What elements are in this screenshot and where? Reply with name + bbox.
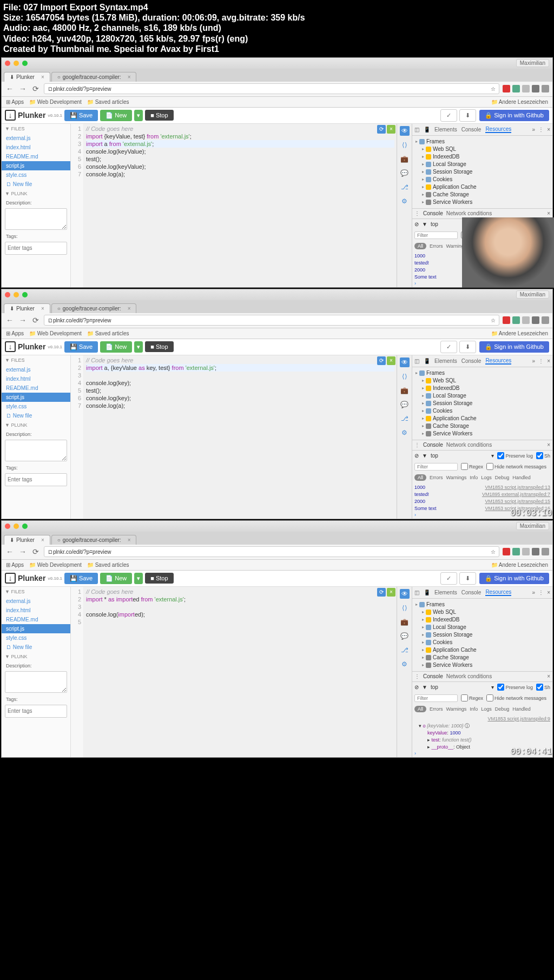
filter-pill[interactable]: All xyxy=(414,474,426,481)
settings-icon[interactable]: ⋮ xyxy=(538,590,544,595)
file-item[interactable]: script.js xyxy=(2,624,70,633)
description-input[interactable] xyxy=(5,208,67,230)
new-dropdown[interactable]: ▾ xyxy=(134,341,143,353)
description-input[interactable] xyxy=(5,671,67,693)
resource-item[interactable]: ▸Service Workers xyxy=(416,661,549,669)
resource-item[interactable]: ▸Session Storage xyxy=(416,168,549,176)
description-input[interactable] xyxy=(5,440,67,461)
other-bookmarks[interactable]: 📁 Andere Lesezeichen xyxy=(491,99,548,105)
close-window-icon[interactable] xyxy=(5,524,10,529)
refresh-icon[interactable]: ⟳ xyxy=(377,356,386,365)
check-button[interactable]: ✓ xyxy=(440,341,457,353)
tab-plunker[interactable]: ⬇Plunker× xyxy=(4,303,50,313)
filter-pill[interactable]: Logs xyxy=(481,475,492,480)
close-devtools-icon[interactable]: × xyxy=(547,590,550,595)
resources-tab[interactable]: Resources xyxy=(485,126,511,133)
close-devtools-icon[interactable]: × xyxy=(547,127,550,133)
more-icon[interactable]: » xyxy=(532,127,536,133)
plunk-header[interactable]: ▼ PLUNK xyxy=(2,420,70,430)
close-icon[interactable]: × xyxy=(41,306,44,312)
resource-item[interactable]: ▸Frames xyxy=(416,138,549,145)
plunk-header[interactable]: ▼ PLUNK xyxy=(2,652,70,661)
console-tab[interactable]: Console xyxy=(461,590,482,595)
stop-button[interactable]: ■ Stop xyxy=(145,573,173,584)
resource-item[interactable]: ▸Cookies xyxy=(416,639,549,646)
github-signin-button[interactable]: 🔒 Sign in with Github xyxy=(479,341,549,353)
webdev-bookmark[interactable]: 📁 Web Development xyxy=(29,562,82,568)
new-file-button[interactable]: 🗋 New file xyxy=(2,180,70,189)
download-button[interactable]: ⬇ xyxy=(459,109,476,122)
check-button[interactable]: ✓ xyxy=(440,572,457,585)
apps-bookmark[interactable]: ⊞ Apps xyxy=(6,562,24,568)
resource-item[interactable]: ▸Web SQL xyxy=(416,145,549,153)
filter-pill[interactable]: Handled xyxy=(512,706,531,712)
tags-input[interactable] xyxy=(5,473,67,486)
filter-pill[interactable]: Logs xyxy=(481,706,492,712)
console-tab[interactable]: Console xyxy=(461,358,482,364)
close-window-icon[interactable] xyxy=(5,61,10,66)
elements-tab[interactable]: Elements xyxy=(434,127,457,133)
file-item[interactable]: style.css xyxy=(2,633,70,643)
resource-item[interactable]: ▸Session Storage xyxy=(416,400,549,407)
briefcase-icon[interactable]: 💼 xyxy=(400,617,410,627)
close-preview-icon[interactable]: × xyxy=(387,356,395,365)
download-button[interactable]: ⬇ xyxy=(459,572,476,585)
menu-icon[interactable]: ⋮ xyxy=(414,673,420,679)
eye-icon[interactable]: 👁 xyxy=(400,126,410,136)
file-item[interactable]: index.html xyxy=(2,606,70,615)
plunk-header[interactable]: ▼ PLUNK xyxy=(2,189,70,198)
tab-traceur[interactable]: ○google/traceur-compiler:× xyxy=(51,535,137,545)
close-preview-icon[interactable]: × xyxy=(387,588,395,597)
file-item[interactable]: external.js xyxy=(2,365,70,374)
inspect-icon[interactable]: ◫ xyxy=(414,590,419,595)
code-icon[interactable]: ⟨⟩ xyxy=(400,603,410,613)
log-entry[interactable]: 1000VM1853 script.js!transpiled:13 xyxy=(414,484,550,491)
device-icon[interactable]: 📱 xyxy=(424,127,430,133)
github-signin-button[interactable]: 🔒 Sign in with Github xyxy=(479,110,549,121)
resource-item[interactable]: ▸Cookies xyxy=(416,176,549,183)
file-item[interactable]: README.md xyxy=(2,152,70,161)
profile-badge[interactable]: Maximilian xyxy=(516,290,549,299)
network-conditions-subtab[interactable]: Network conditions xyxy=(446,442,492,448)
resource-item[interactable]: ▸Application Cache xyxy=(416,415,549,422)
file-item[interactable]: README.md xyxy=(2,615,70,624)
filter-icon[interactable]: ▼ xyxy=(422,453,427,459)
inspect-icon[interactable]: ◫ xyxy=(414,358,419,364)
forward-button[interactable]: → xyxy=(18,547,28,557)
minimize-window-icon[interactable] xyxy=(14,524,19,529)
apps-bookmark[interactable]: ⊞ Apps xyxy=(6,99,24,105)
resource-item[interactable]: ▸Local Storage xyxy=(416,392,549,400)
code-editor[interactable]: 12345 // Code goes here import * as impo… xyxy=(71,587,397,757)
code-icon[interactable]: ⟨⟩ xyxy=(400,140,410,150)
preserve-log-checkbox[interactable]: Preserve log xyxy=(497,684,533,691)
elements-tab[interactable]: Elements xyxy=(434,590,457,595)
code-editor[interactable]: 1234567 // Code goes here import {keyVal… xyxy=(71,124,397,287)
resource-item[interactable]: ▸Web SQL xyxy=(416,377,549,385)
resource-item[interactable]: ▸IndexedDB xyxy=(416,616,549,624)
resource-item[interactable]: ▸Cache Storage xyxy=(416,654,549,661)
new-button[interactable]: 📄 New xyxy=(100,110,132,121)
resource-item[interactable]: ▸IndexedDB xyxy=(416,153,549,161)
menu-icon[interactable]: ⋮ xyxy=(414,210,420,216)
saved-bookmark[interactable]: 📁 Saved articles xyxy=(87,562,129,568)
tab-plunker[interactable]: ⬇Plunker× xyxy=(4,72,50,82)
file-item[interactable]: README.md xyxy=(2,383,70,393)
new-file-button[interactable]: 🗋 New file xyxy=(2,643,70,652)
file-item[interactable]: index.html xyxy=(2,143,70,152)
url-input[interactable]: 🗋 plnkr.co/edit/?p=preview☆ xyxy=(44,83,499,94)
close-icon[interactable]: × xyxy=(41,74,44,80)
filter-pill[interactable]: All xyxy=(414,243,426,249)
gear-icon[interactable]: ⚙ xyxy=(400,428,410,438)
save-button[interactable]: 💾 Save xyxy=(64,110,98,121)
close-icon[interactable]: × xyxy=(128,306,131,312)
briefcase-icon[interactable]: 💼 xyxy=(400,154,410,164)
close-icon[interactable]: × xyxy=(547,210,550,216)
other-bookmarks[interactable]: 📁 Andere Lesezeichen xyxy=(491,330,548,336)
resource-item[interactable]: ▸IndexedDB xyxy=(416,385,549,392)
file-item[interactable]: style.css xyxy=(2,402,70,411)
file-item[interactable]: index.html xyxy=(2,374,70,383)
extension-icons[interactable] xyxy=(503,316,549,324)
git-icon[interactable]: ⎇ xyxy=(400,182,410,192)
reload-button[interactable]: ⟳ xyxy=(31,315,41,325)
close-preview-icon[interactable]: × xyxy=(387,125,395,134)
